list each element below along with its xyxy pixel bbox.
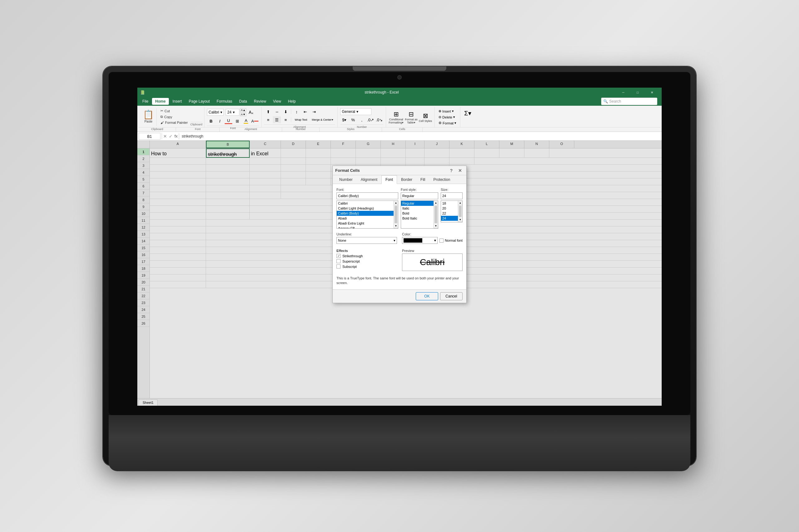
clear-format-button[interactable]: Aₓ bbox=[247, 109, 255, 116]
align-bottom-button[interactable]: ⬇ bbox=[282, 108, 290, 115]
font-list-item-abadi-extra[interactable]: Abadi Extra Light bbox=[337, 221, 398, 226]
font-grow-button[interactable]: A▲ bbox=[240, 108, 246, 112]
copy-button[interactable]: ⧉ Copy bbox=[159, 114, 189, 119]
size-scroll-up[interactable]: ▲ bbox=[458, 201, 462, 205]
menu-help[interactable]: Help bbox=[285, 98, 299, 105]
text-direction-button[interactable]: ↕ bbox=[292, 108, 301, 115]
font-color-button[interactable]: A bbox=[251, 118, 259, 125]
font-style-input[interactable] bbox=[401, 192, 438, 199]
align-middle-button[interactable]: ↔ bbox=[273, 108, 281, 115]
font-list-scrollbar[interactable]: ▲ ▼ bbox=[394, 201, 398, 228]
border-button[interactable]: ⊞ bbox=[233, 118, 241, 125]
font-list-item-abadi[interactable]: Abadi bbox=[337, 216, 398, 221]
ok-button[interactable]: OK bbox=[416, 292, 438, 300]
minimize-button[interactable]: ─ bbox=[616, 88, 631, 97]
size-list-scrollbar[interactable]: ▲ ▼ bbox=[458, 201, 462, 222]
delete-cells-button[interactable]: ⊖ Delete ▾ bbox=[437, 114, 457, 120]
cut-button[interactable]: ✂ Cut bbox=[159, 108, 189, 114]
bold-button[interactable]: B bbox=[207, 118, 215, 125]
style-italic[interactable]: Italic bbox=[401, 206, 438, 211]
formula-input[interactable]: strikethrough bbox=[180, 134, 660, 138]
menu-file[interactable]: File bbox=[139, 98, 151, 105]
align-top-button[interactable]: ⬆ bbox=[264, 108, 272, 115]
formula-cancel-icon[interactable]: ✕ bbox=[163, 134, 167, 139]
paste-button[interactable]: 📋 Paste bbox=[141, 108, 157, 126]
indent-decrease-button[interactable]: ⇤ bbox=[301, 108, 309, 115]
font-list[interactable]: Calibri Calibri Light (Headings) Calibri… bbox=[337, 201, 398, 229]
cancel-button[interactable]: Cancel bbox=[440, 292, 462, 300]
tab-font[interactable]: Font bbox=[381, 175, 397, 184]
format-painter-button[interactable]: 🖌 Format Painter bbox=[159, 120, 189, 125]
style-list-scrollbar[interactable]: ▲ ▼ bbox=[434, 201, 438, 228]
menu-insert[interactable]: Insert bbox=[169, 98, 185, 105]
formula-confirm-icon[interactable]: ✓ bbox=[169, 134, 172, 139]
underline-select[interactable]: None ▾ bbox=[337, 237, 397, 244]
superscript-checkbox[interactable] bbox=[337, 259, 341, 263]
format-cells-button[interactable]: ⚙ Format ▾ bbox=[437, 120, 457, 126]
color-select[interactable]: ▾ bbox=[402, 237, 438, 244]
italic-button[interactable]: I bbox=[216, 118, 224, 125]
wrap-text-button[interactable]: Wrap Text bbox=[292, 116, 309, 123]
style-regular[interactable]: Regular bbox=[401, 201, 438, 206]
tab-protection[interactable]: Protection bbox=[429, 175, 454, 184]
dialog-help-button[interactable]: ? bbox=[448, 167, 455, 174]
align-left-button[interactable]: ≡ bbox=[264, 116, 272, 123]
scroll-down-arrow[interactable]: ▼ bbox=[394, 224, 398, 228]
subscript-checkbox[interactable] bbox=[337, 264, 341, 268]
font-list-item-calibri-body[interactable]: Calibri (Body) bbox=[337, 211, 398, 216]
font-size-list[interactable]: 18 20 22 24 26 28 ▲ bbox=[441, 201, 462, 222]
scroll-thumb[interactable] bbox=[395, 206, 397, 223]
font-style-list[interactable]: Regular Italic Bold Bold Italic ▲ ▼ bbox=[401, 201, 438, 229]
indent-increase-button[interactable]: ⇥ bbox=[310, 108, 318, 115]
decimal-decrease-button[interactable]: .0↘ bbox=[375, 116, 383, 123]
style-bold[interactable]: Bold bbox=[401, 211, 438, 216]
highlight-button[interactable]: A bbox=[242, 118, 250, 125]
font-shrink-button[interactable]: A▼ bbox=[240, 113, 246, 116]
menu-data[interactable]: Data bbox=[236, 98, 250, 105]
number-format-selector[interactable]: General ▾ bbox=[340, 108, 371, 115]
font-size-input[interactable] bbox=[441, 192, 462, 199]
menu-formulas[interactable]: Formulas bbox=[214, 98, 235, 105]
size-scroll-down[interactable]: ▼ bbox=[458, 218, 462, 222]
strikethrough-checkbox[interactable]: ✓ bbox=[337, 254, 341, 258]
formula-function-icon[interactable]: fx bbox=[175, 134, 178, 138]
ribbon-search[interactable]: 🔍 Search bbox=[601, 98, 657, 105]
comma-button[interactable]: , bbox=[358, 116, 366, 123]
percent-button[interactable]: % bbox=[349, 116, 357, 123]
style-scroll-down[interactable]: ▼ bbox=[434, 224, 438, 228]
tab-alignment[interactable]: Alignment bbox=[357, 175, 381, 184]
size-scroll-thumb[interactable] bbox=[459, 206, 461, 217]
scroll-up-arrow[interactable]: ▲ bbox=[394, 201, 398, 205]
style-scroll-thumb[interactable] bbox=[434, 206, 437, 223]
merge-center-button[interactable]: Merge & Center ▾ bbox=[310, 116, 335, 123]
tab-number[interactable]: Number bbox=[335, 175, 357, 184]
underline-button[interactable]: U bbox=[224, 118, 233, 125]
font-list-item-agency[interactable]: Agency FB bbox=[337, 226, 398, 229]
font-list-item-calibri-light[interactable]: Calibri Light (Headings) bbox=[337, 206, 398, 211]
currency-button[interactable]: $▾ bbox=[340, 116, 348, 123]
font-name-input[interactable] bbox=[337, 192, 398, 199]
cell-reference-box[interactable]: B1 bbox=[139, 133, 160, 140]
menu-review[interactable]: Review bbox=[251, 98, 269, 105]
tab-fill[interactable]: Fill bbox=[416, 175, 429, 184]
autosum-button[interactable]: Σ▾ bbox=[461, 108, 473, 118]
conditional-formatting-button[interactable]: ⊞ ConditionalFormatting▾ bbox=[388, 110, 403, 124]
font-list-item-calibri[interactable]: Calibri bbox=[337, 201, 398, 206]
maximize-button[interactable]: □ bbox=[631, 88, 645, 97]
insert-cells-button[interactable]: ⊕ Insert ▾ bbox=[437, 109, 457, 114]
dialog-close-button[interactable]: ✕ bbox=[456, 167, 464, 174]
menu-home[interactable]: Home bbox=[152, 98, 168, 105]
menu-page-layout[interactable]: Page Layout bbox=[186, 98, 213, 105]
close-button[interactable]: ✕ bbox=[645, 88, 659, 97]
cell-styles-button[interactable]: ⊠ Cell Styles bbox=[419, 112, 432, 122]
align-center-button[interactable]: ☰ bbox=[273, 116, 281, 123]
font-size-selector[interactable]: 24 ▾ bbox=[226, 109, 239, 116]
style-bold-italic[interactable]: Bold Italic bbox=[401, 216, 438, 221]
font-name-selector[interactable]: Calibri ▾ bbox=[207, 109, 224, 116]
tab-border[interactable]: Border bbox=[397, 175, 416, 184]
menu-view[interactable]: View bbox=[270, 98, 284, 105]
decimal-increase-button[interactable]: .0↗ bbox=[366, 116, 375, 123]
format-table-button[interactable]: ⊟ Format asTable▾ bbox=[405, 110, 418, 124]
normal-font-checkbox[interactable] bbox=[439, 239, 443, 243]
align-right-button[interactable]: ≡ bbox=[282, 116, 290, 123]
